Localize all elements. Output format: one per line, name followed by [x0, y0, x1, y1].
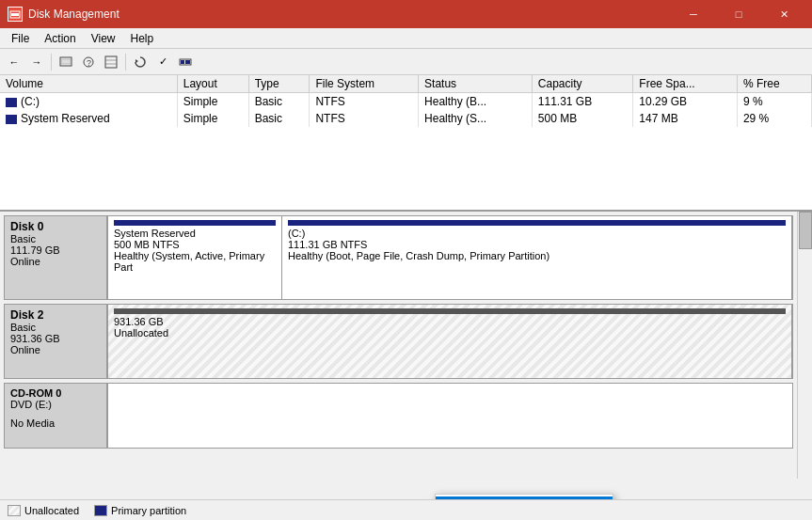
cdrom-label: CD-ROM 0 DVD (E:) No Media	[4, 383, 107, 449]
cell-volume: (C:)	[0, 93, 177, 111]
disk-2-row: Disk 2 Basic 931.36 GB Online 931.36 GB …	[4, 304, 793, 379]
partition-status: Healthy (Boot, Page File, Crash Dump, Pr…	[288, 250, 786, 261]
svg-marker-9	[135, 59, 138, 63]
separator-1	[51, 54, 52, 71]
svg-rect-6	[105, 56, 117, 68]
cell-free: 10.29 GB	[633, 93, 738, 111]
partition-status: Healthy (System, Active, Primary Part	[114, 250, 276, 273]
cell-layout: Simple	[177, 110, 248, 127]
title-bar-left: Disk Management	[8, 7, 119, 22]
cdrom-type: DVD (E:)	[10, 399, 101, 410]
svg-rect-1	[11, 13, 19, 16]
col-status: Status	[419, 75, 533, 93]
partition-status: Unallocated	[114, 327, 786, 339]
disk-2-type: Basic	[10, 322, 101, 333]
disk-2-status: Online	[10, 344, 101, 355]
window-title: Disk Management	[28, 8, 119, 21]
scrollbar-track[interactable]	[797, 212, 812, 479]
cdrom-id: CD-ROM 0	[10, 387, 61, 399]
legend-unallocated: Unallocated	[8, 505, 79, 516]
menu-file[interactable]: File	[4, 30, 37, 47]
context-menu: New Simple Volume... New Spanned Volume.…	[435, 494, 613, 499]
help-button[interactable]: ?	[78, 52, 99, 72]
disk-2-id: Disk 2	[10, 308, 101, 322]
volume-icon	[6, 115, 17, 124]
cdrom-row: CD-ROM 0 DVD (E:) No Media	[4, 383, 793, 449]
toolbar: ← → ? ✓	[0, 49, 812, 75]
col-layout: Layout	[177, 75, 248, 93]
disk-2-content: 931.36 GB Unallocated	[107, 304, 793, 379]
cell-type: Basic	[248, 110, 310, 127]
scrollbar-thumb[interactable]	[799, 212, 812, 249]
disk-0-row: Disk 0 Basic 111.79 GB Online System Res…	[4, 215, 793, 300]
table-row[interactable]: (C:) Simple Basic NTFS Healthy (B... 111…	[0, 93, 812, 111]
back-button[interactable]: ←	[4, 52, 24, 72]
disk-list-button[interactable]	[101, 52, 121, 72]
col-capacity: Capacity	[532, 75, 633, 93]
partition-name: System Reserved	[114, 228, 276, 239]
cell-layout: Simple	[177, 93, 248, 111]
cell-volume: System Reserved	[0, 110, 177, 127]
maximize-button[interactable]: □	[718, 0, 759, 28]
legend-unallocated-label: Unallocated	[24, 505, 79, 516]
disk-0-content: System Reserved 500 MB NTFS Healthy (Sys…	[107, 215, 793, 300]
menu-help[interactable]: Help	[123, 30, 162, 47]
cell-fs: NTFS	[310, 110, 419, 127]
disk-2-label: Disk 2 Basic 931.36 GB Online	[4, 304, 107, 379]
col-pctfree: % Free	[737, 75, 811, 93]
cell-status: Healthy (B...	[419, 93, 533, 111]
legend-unallocated-icon	[8, 505, 21, 516]
table-row[interactable]: System Reserved Simple Basic NTFS Health…	[0, 110, 812, 127]
unallocated-partition[interactable]: 931.36 GB Unallocated	[108, 305, 792, 378]
disk-0-type: Basic	[10, 233, 101, 244]
system-reserved-partition[interactable]: System Reserved 500 MB NTFS Healthy (Sys…	[108, 216, 282, 299]
svg-rect-12	[185, 60, 190, 64]
disk-properties-button[interactable]	[56, 52, 76, 72]
cell-type: Basic	[248, 93, 310, 111]
close-button[interactable]: ✕	[763, 0, 804, 28]
ctx-new-simple-volume[interactable]: New Simple Volume...	[436, 496, 613, 499]
svg-rect-11	[181, 60, 184, 64]
menu-bar: File Action View Help	[0, 28, 812, 49]
volume-icon	[6, 98, 17, 107]
cell-capacity: 111.31 GB	[532, 93, 633, 111]
disk-0-size: 111.79 GB	[10, 244, 101, 256]
svg-text:?: ?	[87, 58, 91, 68]
disk-0-status: Online	[10, 256, 101, 267]
volume-table: Volume Layout Type File System Status Ca…	[0, 75, 812, 212]
partition-size: 111.31 GB NTFS	[288, 239, 786, 250]
svg-rect-3	[61, 59, 71, 64]
disk-0-label: Disk 0 Basic 111.79 GB Online	[4, 215, 107, 300]
table-header: Volume Layout Type File System Status Ca…	[0, 75, 812, 93]
cell-pct: 29 %	[737, 110, 811, 127]
window-controls: ─ □ ✕	[673, 0, 804, 28]
cdrom-status: No Media	[10, 418, 101, 429]
title-bar: Disk Management ─ □ ✕	[0, 0, 812, 28]
col-freespace: Free Spa...	[633, 75, 738, 93]
cell-fs: NTFS	[310, 93, 419, 111]
check-button[interactable]: ✓	[152, 52, 173, 72]
minimize-button[interactable]: ─	[673, 0, 714, 28]
menu-action[interactable]: Action	[37, 30, 83, 47]
partition-name: (C:)	[288, 228, 786, 239]
partition-size: 931.36 GB	[114, 316, 786, 327]
app-icon	[8, 7, 23, 22]
disk-0-id: Disk 0	[10, 220, 101, 233]
disk-area: Disk 0 Basic 111.79 GB Online System Res…	[0, 212, 812, 499]
col-filesystem: File System	[310, 75, 419, 93]
main-content: Volume Layout Type File System Status Ca…	[0, 75, 812, 499]
cell-free: 147 MB	[633, 110, 738, 127]
menu-view[interactable]: View	[84, 30, 123, 47]
defrag-button[interactable]	[175, 52, 196, 72]
cell-pct: 9 %	[737, 93, 811, 111]
cdrom-content	[107, 383, 793, 449]
col-type: Type	[248, 75, 310, 93]
disk-2-size: 931.36 GB	[10, 333, 101, 344]
cell-status: Healthy (S...	[419, 110, 533, 127]
c-drive-partition[interactable]: (C:) 111.31 GB NTFS Healthy (Boot, Page …	[282, 216, 792, 299]
col-volume: Volume	[0, 75, 177, 93]
rescan-button[interactable]	[130, 52, 151, 72]
separator-2	[125, 54, 126, 71]
forward-button[interactable]: →	[26, 52, 47, 72]
legend-primary: Primary partition	[94, 505, 186, 516]
